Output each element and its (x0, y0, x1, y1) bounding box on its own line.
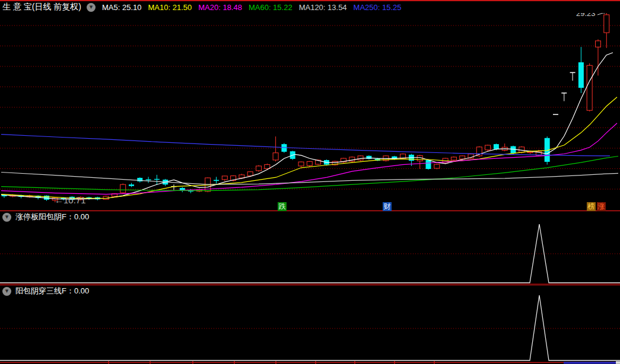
ma-line-ma20 (1, 123, 617, 194)
ma10-label: MA10: 21.50 (148, 3, 192, 12)
collapse-indicator-1-button[interactable]: ▾ (2, 213, 11, 222)
collapse-main-chart-button[interactable]: ▾ (87, 3, 96, 12)
indicator-1-label: 涨停板阳包阴F：0.00 (15, 212, 89, 222)
ma250-label: MA250: 15.25 (354, 3, 402, 12)
low-price-annotation: ←10.71 (55, 195, 86, 205)
chevron-down-icon: ▾ (5, 288, 9, 294)
indicator-1-header[interactable]: ▾ 涨停板阳包阴F：0.00 (2, 212, 89, 222)
ma60-label: MA60: 15.22 (249, 3, 292, 12)
indicator-2-label: 阳包阴穿三线F：0.00 (15, 286, 89, 296)
candlesticks (2, 13, 609, 203)
ma-line-ma5 (1, 53, 613, 199)
stock-title: 生 意 宝(日线 前复权) (2, 2, 81, 12)
badge-rise[interactable]: 涨 (597, 202, 606, 211)
ma-line-ma120 (1, 173, 618, 185)
badge-finance[interactable]: 财 (383, 202, 392, 211)
window-top-border (0, 0, 620, 1)
chart-header: 生 意 宝(日线 前复权) ▾ MA5: 25.10 MA10: 21.50 M… (0, 1, 620, 13)
horizontal-scrollbar-thumb[interactable] (564, 362, 616, 364)
chevron-down-icon: ▾ (90, 4, 93, 10)
ma-lines (1, 53, 618, 199)
chart-canvas[interactable] (0, 0, 620, 364)
collapse-indicator-2-button[interactable]: ▾ (2, 287, 11, 296)
time-axis (0, 361, 620, 364)
indicator-2-header[interactable]: ▾ 阳包阴穿三线F：0.00 (2, 286, 89, 296)
panel-separators (0, 211, 620, 285)
ma5-label: MA5: 25.10 (102, 3, 142, 12)
badge-rank[interactable]: 榜 (587, 202, 596, 211)
stock-chart-window: 生 意 宝(日线 前复权) ▾ MA5: 25.10 MA10: 21.50 M… (0, 0, 620, 364)
badge-fall[interactable]: 跌 (278, 202, 287, 211)
ma120-label: MA120: 13.54 (299, 3, 347, 12)
ma20-label: MA20: 18.48 (198, 3, 242, 12)
indicator-signal-lines (0, 224, 620, 360)
chevron-down-icon: ▾ (5, 213, 9, 220)
